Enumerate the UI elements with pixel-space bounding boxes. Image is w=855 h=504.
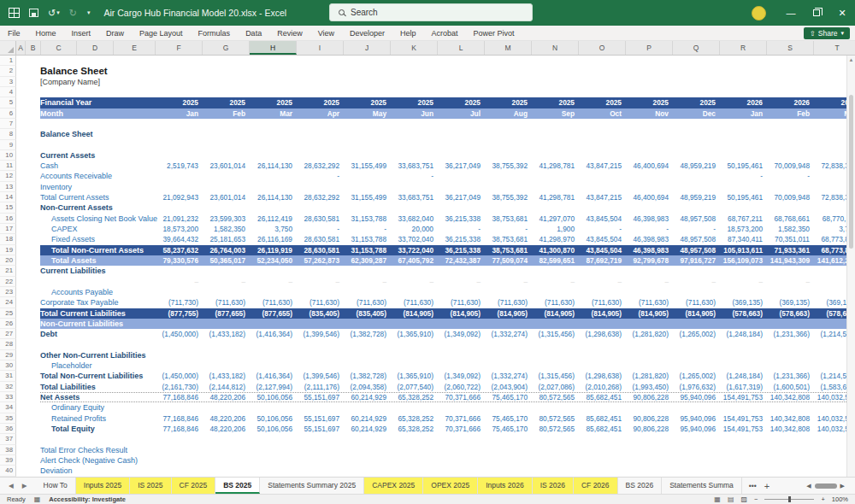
value-cell[interactable]: (1,332,274) [485, 371, 532, 381]
row-number-10[interactable]: 10 [0, 150, 16, 161]
value-cell[interactable]: 36,215,338 [438, 214, 485, 224]
row-label[interactable]: Total Current Liabilities [16, 308, 156, 319]
column-header-R[interactable]: R [720, 41, 767, 55]
value-cell[interactable]: 18,573,200 [720, 224, 767, 234]
value-cell[interactable]: (1,382,728) [344, 329, 391, 339]
row-number-12[interactable]: 12 [0, 171, 16, 181]
row-label[interactable]: Financial Year [16, 97, 156, 108]
row-number-25[interactable]: 25 [0, 308, 16, 319]
value-cell[interactable]: (1,281,820) [626, 371, 673, 381]
row-label[interactable]: Alert Check (Negative Cash) [16, 455, 156, 466]
value-cell[interactable]: 154,491,753 [720, 413, 767, 424]
value-cell[interactable]: 43,847,215 [579, 192, 626, 202]
value-cell[interactable]: 70,371,666 [438, 413, 485, 424]
value-cell[interactable]: (1,265,002) [673, 371, 720, 381]
column-header-P[interactable]: P [626, 41, 673, 55]
value-cell[interactable]: 31,155,499 [344, 192, 391, 202]
value-cell[interactable] [626, 171, 673, 181]
value-cell[interactable]: 140,342,808 [767, 424, 814, 434]
empty-label[interactable] [16, 339, 156, 349]
ribbon-tab-review[interactable]: Review [269, 26, 310, 41]
ribbon-tab-home[interactable]: Home [28, 26, 64, 41]
value-cell[interactable]: 26,114,130 [250, 192, 297, 202]
zoom-out-icon[interactable]: − [754, 495, 758, 503]
column-header-E[interactable]: E [114, 41, 156, 55]
value-cell[interactable]: (1,600,501) [767, 382, 814, 392]
row-number-31[interactable]: 31 [0, 371, 16, 381]
vertical-scrollbar[interactable]: ▲ [846, 56, 855, 477]
value-cell[interactable]: (2,111,176) [297, 382, 344, 392]
hscroll-right-icon[interactable]: ▶ [840, 483, 845, 489]
value-cell[interactable]: 55,151,697 [297, 424, 344, 434]
value-cell[interactable]: 75,465,170 [485, 413, 532, 424]
value-cell[interactable]: (1,281,820) [626, 329, 673, 339]
row-label[interactable]: Net Assets [16, 392, 156, 402]
row-label[interactable]: Corporate Tax Payable [16, 297, 156, 308]
sheet-nav-left-icon[interactable]: ◀ [9, 482, 14, 489]
row-number-1[interactable]: 1 [0, 56, 16, 66]
value-cell[interactable]: 46,398,983 [626, 234, 673, 244]
sheet-tab-opex-2025[interactable]: OPEX 2025 [423, 478, 478, 494]
value-cell[interactable]: – [250, 277, 297, 287]
value-cell[interactable]: 77,168,846 [156, 424, 203, 434]
value-cell[interactable]: 43,845,504 [579, 214, 626, 224]
value-cell[interactable]: 36,215,338 [438, 234, 485, 244]
row-number-8[interactable]: 8 [0, 129, 16, 139]
row-number-6[interactable]: 6 [0, 108, 16, 119]
value-cell[interactable]: (1,298,638) [579, 371, 626, 381]
value-cell[interactable]: (1,248,184) [720, 371, 767, 381]
value-cell[interactable]: 38,753,681 [485, 214, 532, 224]
value-cell[interactable]: (1,382,728) [344, 371, 391, 381]
value-cell[interactable]: 46,398,983 [626, 214, 673, 224]
value-cell[interactable]: – [438, 277, 485, 287]
column-header-M[interactable]: M [485, 41, 532, 55]
value-cell[interactable]: (1,231,366) [767, 329, 814, 339]
value-cell[interactable]: 31,153,788 [344, 245, 391, 255]
row-number-14[interactable]: 14 [0, 192, 16, 202]
macro-record-icon[interactable]: ▦ [34, 495, 41, 503]
value-cell[interactable]: 41,298,781 [532, 161, 579, 171]
row-label[interactable]: Total Non-Current Assets [16, 245, 156, 255]
value-cell[interactable]: 141,943,309 [767, 255, 814, 266]
value-cell[interactable]: (2,060,722) [438, 382, 485, 392]
sheet-nav-right-icon[interactable]: ▶ [22, 482, 27, 489]
value-cell[interactable]: - [626, 224, 673, 234]
normal-view-icon[interactable]: ▦ [714, 495, 721, 503]
value-cell[interactable]: 2025 [250, 97, 297, 108]
value-cell[interactable] [673, 171, 720, 181]
value-cell[interactable]: 50,106,056 [250, 392, 297, 402]
value-cell[interactable]: 33,702,040 [391, 234, 438, 244]
value-cell[interactable]: – [391, 277, 438, 287]
row-number-11[interactable]: 11 [0, 161, 16, 171]
value-cell[interactable]: (1,433,182) [203, 371, 250, 381]
horizontal-scrollbar[interactable]: ◀ ▶ [806, 478, 855, 494]
value-cell[interactable]: - [391, 171, 438, 181]
row-number-4[interactable]: 4 [0, 87, 16, 97]
column-header-C[interactable]: C [41, 41, 77, 55]
value-cell[interactable]: 60,214,929 [344, 413, 391, 424]
row-number-28[interactable]: 28 [0, 339, 16, 349]
undo-icon[interactable]: ↺▾ [48, 8, 60, 19]
value-cell[interactable]: 80,572,565 [532, 424, 579, 434]
row-number-37[interactable]: 37 [0, 434, 16, 444]
value-cell[interactable]: (711,630) [391, 297, 438, 308]
value-cell[interactable] [579, 171, 626, 181]
value-cell[interactable]: (2,144,812) [203, 382, 250, 392]
row-number-18[interactable]: 18 [0, 234, 16, 244]
zoom-slider[interactable] [764, 499, 814, 500]
row-label[interactable]: Retained Profits [16, 413, 156, 424]
row-number-16[interactable]: 16 [0, 214, 16, 224]
zoom-in-icon[interactable]: + [821, 495, 824, 503]
value-cell[interactable]: 2026 [720, 97, 767, 108]
value-cell[interactable]: 28,630,581 [297, 214, 344, 224]
value-cell[interactable]: 85,682,451 [579, 424, 626, 434]
value-cell[interactable]: (814,905) [532, 308, 579, 319]
row-number-20[interactable]: 20 [0, 255, 16, 266]
row-number-13[interactable]: 13 [0, 182, 16, 192]
value-cell[interactable]: – [532, 277, 579, 287]
value-cell[interactable]: 38,755,392 [485, 161, 532, 171]
zoom-level[interactable]: 100% [832, 495, 848, 503]
value-cell[interactable]: - [485, 224, 532, 234]
value-cell[interactable]: (369,135) [767, 297, 814, 308]
value-cell[interactable]: 38,753,681 [485, 245, 532, 255]
